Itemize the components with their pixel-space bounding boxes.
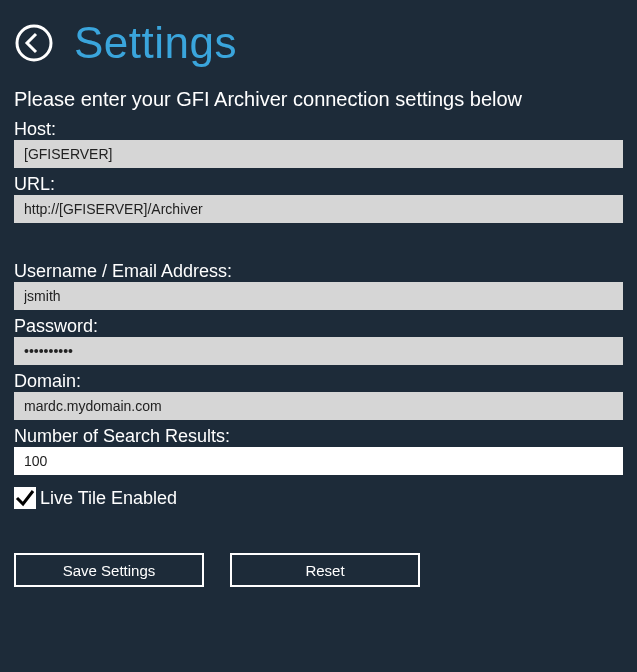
instructions-text: Please enter your GFI Archiver connectio… xyxy=(14,88,623,111)
svg-point-0 xyxy=(17,26,51,60)
settings-form: Please enter your GFI Archiver connectio… xyxy=(0,88,637,587)
save-button[interactable]: Save Settings xyxy=(14,553,204,587)
username-input[interactable] xyxy=(14,282,623,310)
domain-input[interactable] xyxy=(14,392,623,420)
results-label: Number of Search Results: xyxy=(14,426,623,447)
live-tile-checkbox[interactable] xyxy=(14,487,36,509)
checkmark-icon xyxy=(14,487,36,509)
back-arrow-icon xyxy=(14,23,54,63)
section-gap xyxy=(14,225,623,255)
domain-label: Domain: xyxy=(14,371,623,392)
url-input[interactable] xyxy=(14,195,623,223)
password-input[interactable] xyxy=(14,337,623,365)
header-bar: Settings xyxy=(0,0,637,88)
results-input[interactable] xyxy=(14,447,623,475)
url-label: URL: xyxy=(14,174,623,195)
password-label: Password: xyxy=(14,316,623,337)
live-tile-label: Live Tile Enabled xyxy=(40,488,177,509)
reset-button[interactable]: Reset xyxy=(230,553,420,587)
back-button[interactable] xyxy=(14,23,54,63)
live-tile-row: Live Tile Enabled xyxy=(14,487,623,509)
page-title: Settings xyxy=(74,18,237,68)
button-row: Save Settings Reset xyxy=(14,553,623,587)
host-label: Host: xyxy=(14,119,623,140)
host-input[interactable] xyxy=(14,140,623,168)
username-label: Username / Email Address: xyxy=(14,261,623,282)
